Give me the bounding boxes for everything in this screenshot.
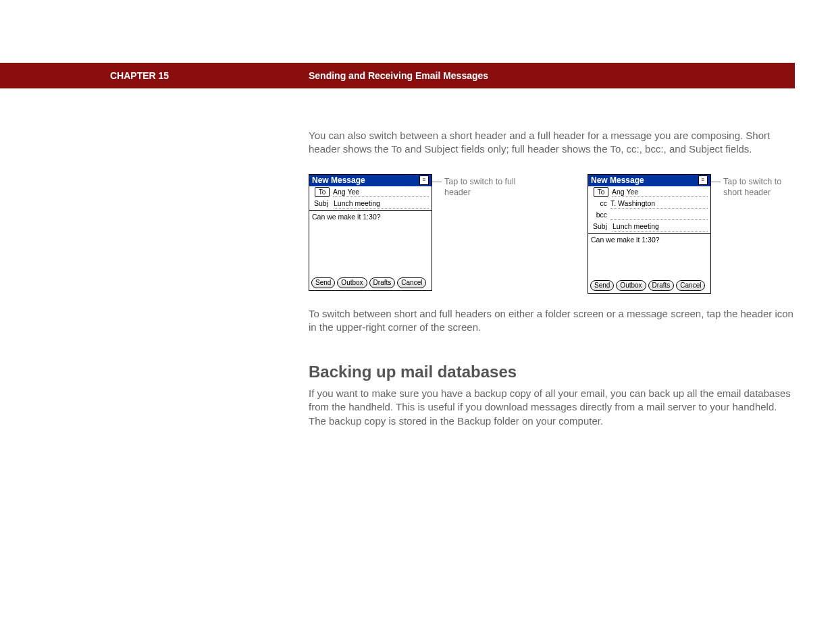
subj-field[interactable]: Lunch meeting xyxy=(334,198,429,209)
chapter-header: CHAPTER 15 Sending and Receiving Email M… xyxy=(0,63,795,88)
outbox-button[interactable]: Outbox xyxy=(616,280,646,291)
header-toggle-icon[interactable]: ≡ xyxy=(698,176,708,185)
subj-label: Subj xyxy=(312,199,332,207)
cancel-button[interactable]: Cancel xyxy=(397,277,426,288)
section-body: If you want to make sure you have a back… xyxy=(309,387,795,428)
palm-screen-short-header: New Message ≡ To Ang Yee Subj Lunch meet… xyxy=(309,174,432,291)
drafts-button[interactable]: Drafts xyxy=(648,280,675,291)
cancel-button[interactable]: Cancel xyxy=(676,280,705,291)
palm-title-bar: New Message ≡ xyxy=(588,175,710,186)
post-screens-paragraph: To switch between short and full headers… xyxy=(309,307,795,335)
to-label[interactable]: To xyxy=(594,187,608,197)
palm-screen-full-header: New Message ≡ To Ang Yee cc T. Washingto… xyxy=(588,174,711,294)
section-heading: Backing up mail databases xyxy=(309,363,795,381)
bcc-field[interactable] xyxy=(610,210,708,220)
to-field[interactable]: Ang Yee xyxy=(612,187,708,197)
to-label[interactable]: To xyxy=(315,187,330,197)
header-toggle-icon[interactable]: ≡ xyxy=(419,176,429,185)
palm-title-bar: New Message ≡ xyxy=(309,175,432,186)
callout-line xyxy=(432,182,442,182)
palm-title-text: New Message xyxy=(312,176,365,186)
bcc-label: bcc xyxy=(591,211,608,219)
palm-title-text: New Message xyxy=(591,176,644,186)
to-field[interactable]: Ang Yee xyxy=(333,187,429,197)
subj-field[interactable]: Lunch meeting xyxy=(613,221,708,232)
send-button[interactable]: Send xyxy=(590,280,614,291)
send-button[interactable]: Send xyxy=(311,277,335,288)
cc-label: cc xyxy=(591,199,608,207)
outbox-button[interactable]: Outbox xyxy=(337,277,367,288)
callout-left: Tap to switch to full header xyxy=(444,176,519,198)
message-body[interactable]: Can we make it 1:30? xyxy=(588,234,710,278)
screenshots-row: New Message ≡ To Ang Yee Subj Lunch meet… xyxy=(309,174,795,294)
chapter-label: CHAPTER 15 xyxy=(110,70,286,81)
intro-paragraph: You can also switch between a short head… xyxy=(309,129,795,157)
chapter-title: Sending and Receiving Email Messages xyxy=(309,70,488,81)
cc-field[interactable]: T. Washington xyxy=(610,198,708,209)
drafts-button[interactable]: Drafts xyxy=(369,277,396,288)
subj-label: Subj xyxy=(591,222,610,230)
callout-right: Tap to switch to short header xyxy=(723,176,798,198)
callout-line xyxy=(711,182,721,182)
message-body[interactable]: Can we make it 1:30? xyxy=(309,211,432,275)
